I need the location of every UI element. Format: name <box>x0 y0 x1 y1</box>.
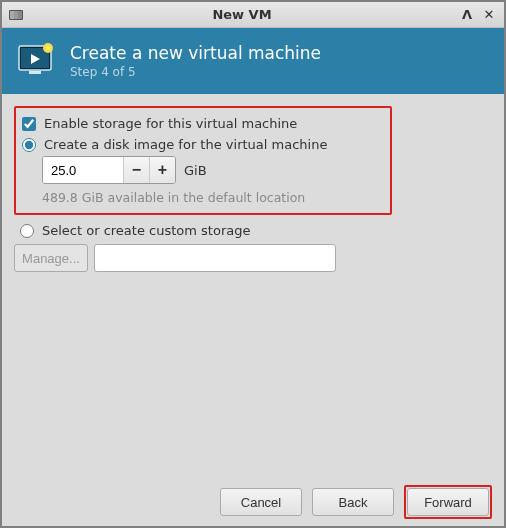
cancel-button[interactable]: Cancel <box>220 488 302 516</box>
window-title: New VM <box>30 7 454 22</box>
create-image-row: Create a disk image for the virtual mach… <box>20 137 382 152</box>
monitor-icon <box>16 40 58 82</box>
new-vm-window: New VM ᐱ ✕ Create a new virtual machine … <box>0 0 506 528</box>
header-text: Create a new virtual machine Step 4 of 5 <box>70 43 321 79</box>
size-unit: GiB <box>184 163 207 178</box>
wizard-title: Create a new virtual machine <box>70 43 321 63</box>
content-area: Enable storage for this virtual machine … <box>2 94 504 478</box>
create-image-radio[interactable] <box>22 138 36 152</box>
custom-storage-label: Select or create custom storage <box>42 223 250 238</box>
increment-button[interactable]: + <box>149 157 175 183</box>
svg-rect-2 <box>10 11 14 19</box>
close-button[interactable]: ✕ <box>480 6 498 24</box>
custom-storage-radio[interactable] <box>20 224 34 238</box>
app-icon <box>8 7 24 23</box>
enable-storage-row: Enable storage for this virtual machine <box>20 116 382 131</box>
enable-storage-checkbox[interactable] <box>22 117 36 131</box>
storage-path-input[interactable] <box>94 244 336 272</box>
button-bar: Cancel Back Forward <box>2 478 504 526</box>
manage-button[interactable]: Manage... <box>14 244 88 272</box>
size-spinner: − + <box>42 156 176 184</box>
forward-highlight: Forward <box>404 485 492 519</box>
manage-row: Manage... <box>14 244 336 272</box>
forward-button[interactable]: Forward <box>407 488 489 516</box>
svg-rect-3 <box>14 11 18 19</box>
wizard-header: Create a new virtual machine Step 4 of 5 <box>2 28 504 94</box>
wizard-step: Step 4 of 5 <box>70 65 321 79</box>
size-input[interactable] <box>43 157 123 183</box>
available-hint: 489.8 GiB available in the default locat… <box>42 190 382 205</box>
storage-group-highlight: Enable storage for this virtual machine … <box>14 106 392 215</box>
minimize-button[interactable]: ᐱ <box>458 6 476 24</box>
size-row: − + GiB <box>42 156 382 184</box>
enable-storage-label: Enable storage for this virtual machine <box>44 116 297 131</box>
back-button[interactable]: Back <box>312 488 394 516</box>
svg-rect-7 <box>29 71 41 74</box>
create-image-label: Create a disk image for the virtual mach… <box>44 137 327 152</box>
custom-storage-row: Select or create custom storage <box>18 223 492 238</box>
titlebar: New VM ᐱ ✕ <box>2 2 504 28</box>
decrement-button[interactable]: − <box>123 157 149 183</box>
